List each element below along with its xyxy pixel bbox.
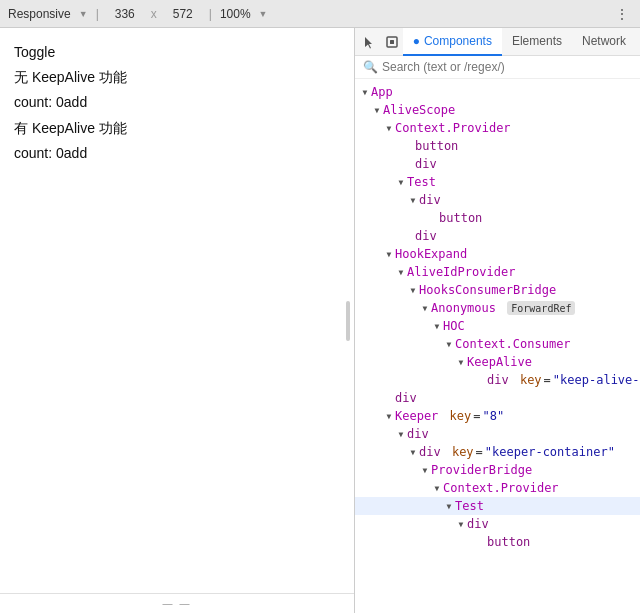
toolbar: Responsive ▼ | 336 x 572 | 100% ▼ ⋮ bbox=[0, 0, 640, 28]
tree-row[interactable]: ▼ div bbox=[355, 515, 640, 533]
preview-line-3: count: 0add bbox=[14, 90, 340, 115]
tree-row[interactable]: div bbox=[355, 155, 640, 173]
tree-row[interactable]: ▼ HookExpand bbox=[355, 245, 640, 263]
preview-line-2: 无 KeepAlive 功能 bbox=[14, 65, 340, 90]
tree-arrow: ▼ bbox=[455, 518, 467, 530]
tree-node-label: div bbox=[415, 157, 437, 171]
tree-arrow: ▼ bbox=[419, 464, 431, 476]
tree-row[interactable]: ▼ Keeper key = "8" bbox=[355, 407, 640, 425]
tree-arrow: ▼ bbox=[419, 302, 431, 314]
tree-arrow: ▼ bbox=[383, 410, 395, 422]
tab-components[interactable]: ● Components bbox=[403, 28, 502, 56]
tree-arrow: ▼ bbox=[407, 446, 419, 458]
tree-arrow: ▼ bbox=[443, 338, 455, 350]
tree-row[interactable]: ▼ div key = "keeper-container" bbox=[355, 443, 640, 461]
tree-node-label: App bbox=[371, 85, 393, 99]
tree-node-label: div bbox=[487, 373, 509, 387]
tree-row[interactable]: ▼ Context.Consumer bbox=[355, 335, 640, 353]
tree-arrow: ▼ bbox=[407, 194, 419, 206]
tree-row[interactable]: button bbox=[355, 533, 640, 551]
tree-row[interactable]: ▼ div bbox=[355, 425, 640, 443]
tree-node-label: div bbox=[419, 445, 441, 459]
tree-node-label: div bbox=[415, 229, 437, 243]
tree-node-label: div bbox=[467, 517, 489, 531]
cursor-icon[interactable] bbox=[359, 29, 381, 55]
tree-row[interactable]: ▼ App bbox=[355, 83, 640, 101]
tree-row[interactable]: div bbox=[355, 389, 640, 407]
tree-row[interactable]: button bbox=[355, 209, 640, 227]
tab-elements[interactable]: Elements bbox=[502, 28, 572, 56]
tree-arrow: ▼ bbox=[431, 482, 443, 494]
tree-row[interactable]: div bbox=[355, 227, 640, 245]
tree-node-label: KeepAlive bbox=[467, 355, 532, 369]
tree-node-label: AliveScope bbox=[383, 103, 455, 117]
tree-row-selected[interactable]: ▼ Test bbox=[355, 497, 640, 515]
tree-arrow: ▼ bbox=[431, 320, 443, 332]
tree-node-label: HOC bbox=[443, 319, 465, 333]
tree-row[interactable]: button bbox=[355, 137, 640, 155]
tree-node-label: div bbox=[419, 193, 441, 207]
preview-line-1: Toggle bbox=[14, 40, 340, 65]
tree-arrow: ▼ bbox=[383, 122, 395, 134]
tree-row[interactable]: ▼ Anonymous ForwardRef bbox=[355, 299, 640, 317]
tree-row[interactable]: ▼ Test bbox=[355, 173, 640, 191]
tree-row[interactable]: ▼ KeepAlive bbox=[355, 353, 640, 371]
forward-ref-badge: ForwardRef bbox=[507, 301, 575, 315]
tree-node-label: Context.Provider bbox=[443, 481, 559, 495]
zoom-level[interactable]: 100% bbox=[220, 7, 251, 21]
tree-row[interactable]: ▼ ProviderBridge bbox=[355, 461, 640, 479]
tree-node-label: div bbox=[395, 391, 417, 405]
devtools-tabs: ● Components Elements Network bbox=[355, 28, 640, 56]
preview-line-5: count: 0add bbox=[14, 141, 340, 166]
svg-rect-1 bbox=[390, 40, 394, 44]
tab-components-dot: ● bbox=[413, 34, 420, 48]
preview-line-4: 有 KeepAlive 功能 bbox=[14, 116, 340, 141]
preview-content: Toggle 无 KeepAlive 功能 count: 0add 有 Keep… bbox=[0, 28, 354, 593]
tree-row[interactable]: ▼ Context.Provider bbox=[355, 479, 640, 497]
add-btn-1[interactable]: add bbox=[64, 94, 87, 110]
tree-node-label: AliveIdProvider bbox=[407, 265, 515, 279]
responsive-dropdown-icon[interactable]: ▼ bbox=[79, 9, 88, 19]
tree-row[interactable]: ▼ HooksConsumerBridge bbox=[355, 281, 640, 299]
tree-row[interactable]: div key = "keep-alive-plac... " bbox=[355, 371, 640, 389]
viewport-height[interactable]: 572 bbox=[165, 7, 201, 21]
tree-row[interactable]: ▼ AliveScope bbox=[355, 101, 640, 119]
responsive-label: Responsive bbox=[8, 7, 71, 21]
zoom-dropdown-icon[interactable]: ▼ bbox=[259, 9, 268, 19]
preview-text: Toggle 无 KeepAlive 功能 count: 0add 有 Keep… bbox=[14, 40, 340, 166]
tree-arrow: ▼ bbox=[455, 356, 467, 368]
tree-arrow: ▼ bbox=[371, 104, 383, 116]
more-options-icon[interactable]: ⋮ bbox=[612, 4, 632, 24]
component-tree[interactable]: ▼ App ▼ AliveScope ▼ Context.Provider bbox=[355, 79, 640, 613]
search-icon: 🔍 bbox=[363, 60, 378, 74]
tree-row[interactable]: ▼ HOC bbox=[355, 317, 640, 335]
add-btn-2[interactable]: add bbox=[64, 145, 87, 161]
tree-node-label: ProviderBridge bbox=[431, 463, 532, 477]
tree-row[interactable]: ▼ Context.Provider bbox=[355, 119, 640, 137]
preview-bottom-bar: — — bbox=[0, 593, 354, 613]
tree-arrow: ▼ bbox=[395, 176, 407, 188]
main-area: Toggle 无 KeepAlive 功能 count: 0add 有 Keep… bbox=[0, 28, 640, 613]
tree-row[interactable]: ▼ AliveIdProvider bbox=[355, 263, 640, 281]
preview-panel: Toggle 无 KeepAlive 功能 count: 0add 有 Keep… bbox=[0, 28, 355, 613]
box-icon[interactable] bbox=[381, 29, 403, 55]
search-input[interactable] bbox=[382, 60, 632, 74]
tree-row[interactable]: ▼ div bbox=[355, 191, 640, 209]
search-bar: 🔍 bbox=[355, 56, 640, 79]
tree-node-label: button bbox=[415, 139, 458, 153]
tree-node-label: button bbox=[487, 535, 530, 549]
tab-network[interactable]: Network bbox=[572, 28, 636, 56]
tree-node-label: Context.Consumer bbox=[455, 337, 571, 351]
tree-node-label: Context.Provider bbox=[395, 121, 511, 135]
tree-node-label: HookExpand bbox=[395, 247, 467, 261]
tree-arrow: ▼ bbox=[407, 284, 419, 296]
devtools-panel: ● Components Elements Network 🔍 ▼ App bbox=[355, 28, 640, 613]
tree-arrow: ▼ bbox=[443, 500, 455, 512]
tree-arrow: ▼ bbox=[395, 428, 407, 440]
tree-node-label: Keeper bbox=[395, 409, 438, 423]
drag-handle-icon: — — bbox=[163, 598, 192, 609]
viewport-width[interactable]: 336 bbox=[107, 7, 143, 21]
tree-arrow: ▼ bbox=[359, 86, 371, 98]
tree-node-label: HooksConsumerBridge bbox=[419, 283, 556, 297]
tree-node-label: Anonymous bbox=[431, 301, 496, 315]
